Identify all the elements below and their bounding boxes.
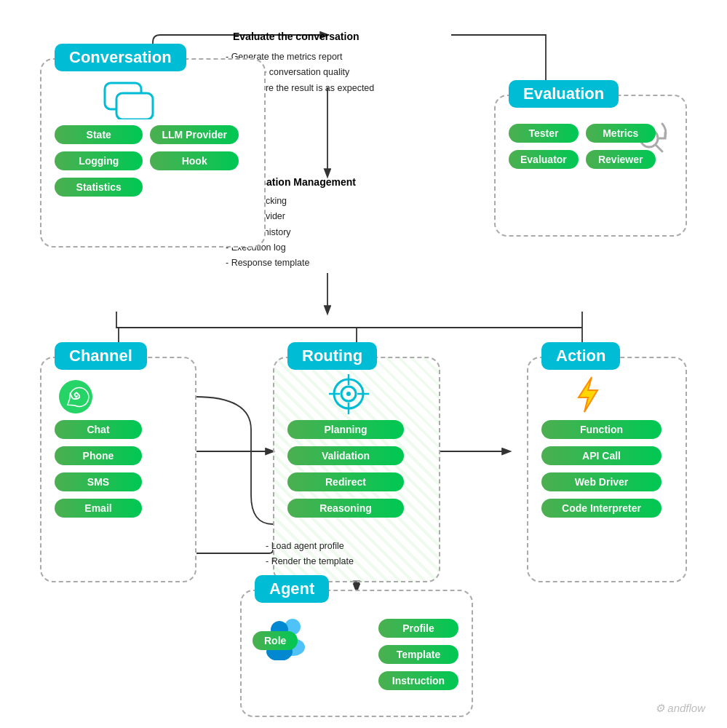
action-header: Action [541, 342, 620, 370]
llm-provider-pill[interactable]: LLM Provider [150, 125, 238, 144]
sms-pill[interactable]: SMS [55, 472, 142, 491]
conversation-box: Conversation State LLM Provider Logging … [40, 58, 266, 248]
action-pills: Function API Call Web Driver Code Interp… [541, 420, 662, 518]
routing-target-icon [329, 374, 369, 417]
routing-header: Routing [287, 342, 377, 370]
watermark: ⚙ andflow [655, 702, 705, 715]
template-pill[interactable]: Template [378, 645, 458, 664]
evaluate-title: Evaluate the conversation [233, 31, 359, 42]
action-box: Action Function API Call Web Driver Code… [527, 357, 687, 582]
hook-pill[interactable]: Hook [150, 151, 238, 170]
code-interpreter-pill[interactable]: Code Interpreter [541, 499, 662, 518]
chat-icon [103, 82, 154, 122]
conv-mgmt-item-5: - Response template [226, 256, 309, 271]
role-pill[interactable]: Role [253, 631, 298, 650]
redirect-pill[interactable]: Redirect [287, 472, 404, 491]
agent-header: Agent [255, 575, 329, 603]
diagram: Evaluate the conversation - Generate the… [0, 0, 727, 728]
reviewer-pill[interactable]: Reviewer [586, 150, 656, 169]
web-driver-pill[interactable]: Web Driver [541, 472, 662, 491]
planning-pill[interactable]: Planning [287, 420, 404, 439]
profile-pill[interactable]: Profile [378, 619, 458, 638]
function-pill[interactable]: Function [541, 420, 662, 439]
email-pill[interactable]: Email [55, 499, 142, 518]
tester-pill[interactable]: Tester [509, 124, 579, 143]
instruction-pill[interactable]: Instruction [378, 671, 458, 690]
statistics-pill[interactable]: Statistics [55, 178, 143, 197]
metrics-pill[interactable]: Metrics [586, 124, 656, 143]
channel-header: Channel [55, 342, 147, 370]
agent-left-pills: Role [253, 631, 298, 650]
svg-rect-1 [116, 93, 153, 119]
whatsapp-icon [57, 379, 94, 418]
reasoning-pill[interactable]: Reasoning [287, 499, 404, 518]
evaluator-pill[interactable]: Evaluator [509, 150, 579, 169]
svg-line-3 [656, 145, 662, 151]
svg-point-7 [346, 392, 351, 396]
evaluation-pills: Tester Metrics Evaluator Reviewer [509, 124, 656, 169]
phone-pill[interactable]: Phone [55, 446, 142, 465]
conversation-header: Conversation [55, 44, 186, 71]
lightning-icon [568, 374, 608, 417]
state-pill[interactable]: State [55, 125, 143, 144]
logging-pill[interactable]: Logging [55, 151, 143, 170]
svg-marker-12 [579, 377, 597, 412]
agent-load-text: - Load agent profile - Render the templa… [266, 539, 354, 570]
evaluation-header: Evaluation [509, 80, 619, 108]
chat-pill[interactable]: Chat [55, 420, 142, 439]
agent-box: Agent Role Profile Template Instruction [240, 590, 473, 717]
validation-pill[interactable]: Validation [287, 446, 404, 465]
channel-box: Channel Chat Phone SMS Email [40, 357, 196, 582]
agent-right-pills: Profile Template Instruction [378, 619, 458, 690]
agent-load-item-1: - Load agent profile [266, 539, 354, 554]
api-call-pill[interactable]: API Call [541, 446, 662, 465]
channel-pills: Chat Phone SMS Email [55, 420, 142, 518]
routing-pills: Planning Validation Redirect Reasoning [287, 420, 404, 518]
conversation-pills: State LLM Provider Logging Hook Statisti… [55, 125, 239, 197]
evaluation-box: Evaluation Tester Metrics Evaluator Revi… [494, 95, 687, 237]
agent-load-item-2: - Render the template [266, 554, 354, 569]
